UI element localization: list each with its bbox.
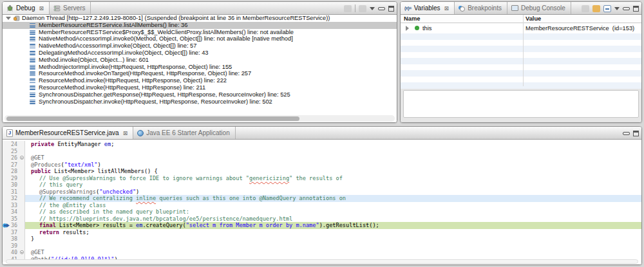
show-logical-structure-icon[interactable] (592, 5, 600, 12)
line-number[interactable]: 28 (3, 168, 19, 175)
stack-frame[interactable]: MethodInjectorImpl.invoke(HttpRequest, H… (3, 64, 397, 71)
code-line-28[interactable]: 28public List<Member> listAllMembers() { (3, 168, 641, 175)
line-number[interactable]: 25 (3, 148, 19, 155)
maximize-icon[interactable] (633, 131, 639, 136)
code-line-25[interactable]: 25 (3, 148, 641, 155)
code-line-29[interactable]: 29// Use @SupressWarnings to force IDE t… (3, 175, 641, 182)
line-number[interactable]: 40 (3, 249, 19, 256)
close-icon[interactable]: ⊠ (39, 5, 44, 12)
code-line-35[interactable]: 35// https://blueprints.dev.java.net/bpc… (3, 216, 641, 223)
fold-gutter[interactable] (19, 181, 25, 189)
thread-row[interactable]: Daemon Thread [http--127.2.249.129-8080-… (3, 15, 397, 22)
column-divider[interactable] (523, 15, 524, 86)
column-value[interactable]: Value (526, 15, 541, 22)
tab-editor-java-file[interactable]: J MemberResourceRESTService.java ⊠ (3, 127, 133, 139)
tab-debug[interactable]: Debug ⊠ (3, 2, 50, 14)
fold-gutter[interactable] (19, 202, 25, 209)
line-number[interactable]: 31 (3, 189, 19, 196)
fold-gutter[interactable] (19, 148, 25, 155)
variable-detail-pane[interactable] (403, 90, 639, 118)
code-editor[interactable]: 24private EntityManager em;2526@GET27@Pr… (3, 140, 641, 265)
minimize-icon[interactable] (623, 132, 630, 135)
code-lines[interactable]: 24private EntityManager em;2526@GET27@Pr… (3, 141, 641, 262)
fold-collapse-icon[interactable] (20, 250, 24, 254)
stack-frame[interactable]: SynchronousDispatcher.getResponse(HttpRe… (3, 91, 397, 98)
editor-horizontal-scrollbar[interactable] (6, 259, 638, 264)
stack-frame[interactable]: ResourceMethod.invoke(HttpRequest, HttpR… (3, 77, 397, 84)
line-number[interactable]: 35 (3, 216, 19, 223)
tab-breakpoints[interactable]: Breakpoints (455, 2, 507, 14)
line-number[interactable]: 33 (3, 202, 19, 209)
stack-frame[interactable]: SynchronousDispatcher.invoke(HttpRequest… (3, 98, 397, 106)
fold-gutter[interactable] (19, 175, 25, 182)
stack-frame[interactable]: NativeMethodAccessorImpl.invoke(Object, … (3, 42, 397, 50)
tab-debug-console[interactable]: Debug Console (507, 2, 571, 14)
code-line-38[interactable]: 38} (3, 235, 641, 243)
stack-frame[interactable]: ResourceMethod.invokeOnTarget(HttpReques… (3, 70, 397, 77)
code-line-26[interactable]: 26@GET (3, 154, 641, 161)
breakpoint-icon[interactable] (3, 223, 10, 228)
maximize-icon[interactable] (633, 6, 639, 12)
fold-gutter[interactable] (19, 249, 25, 256)
column-name[interactable]: Name (404, 15, 420, 22)
code-line-27[interactable]: 27@Produces("text/xml") (3, 161, 641, 169)
fold-gutter[interactable] (19, 216, 25, 223)
fold-collapse-icon[interactable] (20, 156, 24, 160)
fold-gutter[interactable] (19, 222, 25, 229)
tree-collapsed-icon[interactable] (406, 26, 409, 31)
line-number[interactable]: 30 (3, 181, 19, 189)
stack-frame[interactable]: MemberResourceRESTService$Proxy$_$$_Weld… (3, 29, 397, 36)
tab-editor-starter-app[interactable]: Java EE 6 Starter Application (133, 127, 236, 139)
view-menu-icon[interactable] (614, 7, 620, 10)
line-number[interactable]: 29 (3, 175, 19, 182)
code-line-37[interactable]: 37return results; (3, 229, 641, 236)
fold-gutter[interactable] (19, 189, 25, 196)
fold-gutter[interactable] (19, 243, 25, 250)
variable-row-this[interactable]: this MemberResourceRESTService (id=153) (401, 23, 641, 33)
line-number[interactable]: 39 (3, 243, 19, 250)
stack-frame[interactable]: MemberResourceRESTService.listAllMembers… (3, 22, 397, 29)
code-line-36[interactable]: 36final List<Member> results = em.create… (3, 222, 641, 229)
fold-gutter[interactable] (19, 208, 25, 216)
minimize-icon[interactable] (623, 7, 630, 10)
tree-expanded-icon[interactable] (6, 17, 11, 20)
stack-frame[interactable]: ResourceMethod.invoke(HttpRequest, HttpR… (3, 84, 397, 91)
minimize-icon[interactable] (378, 7, 385, 10)
line-number[interactable]: 38 (3, 235, 19, 243)
code-line-32[interactable]: 32// We recommend centralizing inline qu… (3, 195, 641, 202)
line-number[interactable]: 34 (3, 208, 19, 216)
fold-gutter[interactable] (19, 141, 25, 148)
line-number[interactable]: 24 (3, 141, 19, 148)
close-icon[interactable]: ⊠ (123, 130, 128, 136)
fold-gutter[interactable] (19, 168, 25, 175)
scrollbar-thumb[interactable] (6, 116, 299, 121)
debug-toolbar-icon-1[interactable] (344, 5, 352, 12)
tab-variables[interactable]: (x)= Variables ⊠ (401, 2, 455, 14)
code-line-31[interactable]: 31@SuppressWarnings("unchecked") (3, 189, 641, 196)
maximize-icon[interactable] (388, 6, 394, 12)
code-line-34[interactable]: 34// as described in the named query blu… (3, 208, 641, 216)
stack-frame[interactable]: Method.invoke(Object, Object...) line: 6… (3, 57, 397, 64)
line-number[interactable]: 26 (3, 154, 19, 161)
close-icon[interactable]: ⊠ (444, 5, 450, 12)
code-line-33[interactable]: 33// the @Entity class (3, 202, 641, 209)
code-line-24[interactable]: 24private EntityManager em; (3, 141, 641, 148)
tab-servers[interactable]: Servers (50, 2, 91, 14)
view-menu-icon[interactable] (370, 7, 375, 10)
fold-gutter[interactable] (19, 195, 25, 202)
fold-gutter[interactable] (19, 229, 25, 236)
show-type-names-icon[interactable] (582, 5, 589, 12)
debug-toolbar-icon-2[interactable] (359, 5, 366, 12)
code-line-40[interactable]: 40@GET (3, 249, 641, 256)
code-line-39[interactable]: 39 (3, 243, 641, 250)
line-number[interactable]: 27 (3, 161, 19, 169)
line-number[interactable]: 37 (3, 229, 19, 236)
fold-gutter[interactable] (19, 235, 25, 243)
line-number[interactable]: 32 (3, 195, 19, 202)
stack-frame[interactable]: DelegatingMethodAccessorImpl.invoke(Obje… (3, 50, 397, 57)
fold-gutter[interactable] (19, 161, 25, 169)
debug-horizontal-scrollbar[interactable] (5, 115, 395, 122)
code-line-30[interactable]: 30// this query (3, 181, 641, 189)
stack-frame[interactable]: NativeMethodAccessorImpl.invoke0(Method,… (3, 35, 397, 42)
fold-gutter[interactable] (19, 154, 25, 161)
